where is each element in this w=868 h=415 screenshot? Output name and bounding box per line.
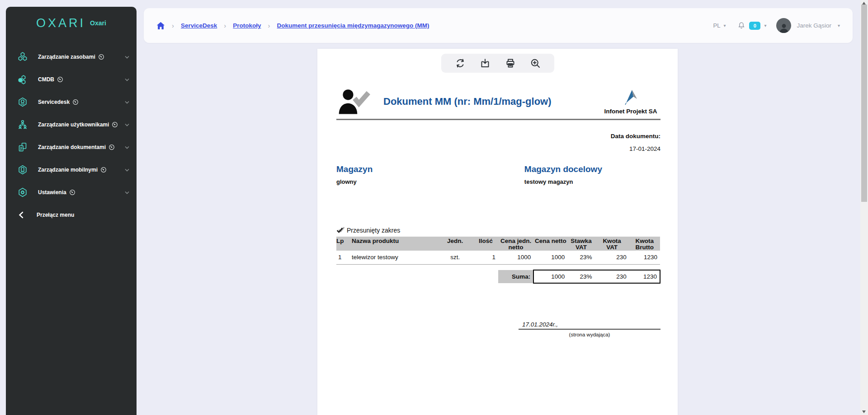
mobile-icon bbox=[17, 164, 28, 175]
cell-unit: szt. bbox=[437, 251, 473, 264]
chevron-down-icon bbox=[125, 146, 129, 149]
settings-icon bbox=[17, 187, 28, 198]
double-check-icon bbox=[336, 226, 345, 234]
breadcrumb-separator: › bbox=[224, 22, 226, 29]
document-date-block: Data dokumentu: 17-01-2024 bbox=[336, 133, 660, 152]
col-header-cena-jedn-netto: Cena jedn.netto bbox=[498, 237, 533, 251]
sidebar-collapse-toggle[interactable]: Przełącz menu bbox=[6, 204, 137, 226]
breadcrumb-separator: › bbox=[268, 22, 270, 29]
chevron-down-icon bbox=[125, 101, 129, 104]
home-icon bbox=[156, 22, 165, 30]
servicedesk-icon bbox=[17, 97, 28, 107]
breadcrumb-current-page[interactable]: Dokument przesunięcia międzymagazynowego… bbox=[277, 22, 429, 29]
avatar-person-icon bbox=[778, 22, 789, 33]
breadcrumb-link-servicedesk[interactable]: ServiceDesk bbox=[181, 22, 217, 29]
summary-vat-amount: 230 bbox=[595, 270, 629, 283]
signature-date: 17.01.2024r., bbox=[519, 321, 660, 330]
document-body: Dokument MM (nr: Mm/1/mag-glow) Infonet … bbox=[336, 49, 660, 337]
table-header-row: Lp Nazwa produktu Jedn. Ilość Cena jedn.… bbox=[336, 237, 660, 251]
table-spacer-row bbox=[336, 264, 660, 270]
avatar[interactable] bbox=[776, 18, 791, 33]
scrollbar-thumb[interactable] bbox=[861, 5, 867, 202]
vertical-scrollbar[interactable] bbox=[860, 0, 868, 415]
sidebar-item-ustawienia[interactable]: Ustawienia bbox=[6, 181, 137, 204]
sidebar-item-label: Zarządzanie dokumentami bbox=[38, 144, 106, 150]
oxari-logo[interactable]: OXARI Oxari bbox=[6, 7, 137, 39]
assets-icon bbox=[17, 51, 28, 62]
sidebar-item-servicedesk[interactable]: Servicedesk bbox=[6, 91, 137, 113]
language-label: PL bbox=[713, 22, 720, 29]
col-header-cena-netto: Cena netto bbox=[533, 237, 567, 251]
signature-block: 17.01.2024r., (strona wydająca) bbox=[519, 321, 660, 337]
header-divider bbox=[336, 119, 660, 120]
cell-vat-amount: 230 bbox=[595, 251, 629, 264]
col-header-kwota-vat: KwotaVAT bbox=[595, 237, 629, 251]
summary-label: Suma: bbox=[498, 270, 533, 283]
collapse-toggle-label: Przełącz menu bbox=[37, 212, 74, 218]
warehouse-target-value: testowy magazyn bbox=[524, 178, 660, 185]
chevron-down-icon bbox=[125, 123, 129, 126]
documents-icon bbox=[17, 142, 28, 153]
company-logo-block: Infonet Projekt SA bbox=[601, 88, 660, 115]
user-name[interactable]: Jarek Gąsior bbox=[797, 22, 831, 29]
col-header-kwota-brutto: KwotaBrutto bbox=[629, 237, 660, 251]
notifications-button[interactable]: 0 ▾ bbox=[737, 21, 766, 30]
topbar: › ServiceDesk › Protokoły › Dokument prz… bbox=[144, 8, 853, 43]
chevron-left-icon bbox=[19, 211, 24, 219]
user-menu-chevron-icon[interactable]: ▾ bbox=[838, 23, 840, 28]
sidebar-item-zarzadzanie-dokumentami[interactable]: Zarządzanie dokumentami bbox=[6, 136, 137, 159]
cell-unit-price-net: 1000 bbox=[498, 251, 533, 264]
sidebar-item-label: Servicedesk bbox=[38, 99, 70, 105]
topbar-user-area: PL ▾ 0 ▾ Jarek Gąsior ▾ bbox=[713, 18, 840, 33]
breadcrumb-link-protokoly[interactable]: Protokoły bbox=[233, 22, 261, 29]
gauge-icon bbox=[100, 167, 107, 173]
sidebar-item-label: Zarządzanie mobilnymi bbox=[38, 167, 98, 173]
summary-net: 1000 bbox=[533, 270, 567, 283]
warehouse-target-label: Magazyn docelowy bbox=[524, 164, 660, 174]
gauge-icon bbox=[72, 99, 79, 105]
person-check-icon bbox=[336, 89, 372, 115]
warehouse-source-label: Magazyn bbox=[336, 164, 524, 174]
col-header-nazwa-produktu: Nazwa produktu bbox=[348, 237, 437, 251]
scrollbar-down-arrow[interactable] bbox=[862, 410, 866, 413]
items-table: Lp Nazwa produktu Jedn. Ilość Cena jedn.… bbox=[336, 237, 660, 284]
warehouse-source-value: glowny bbox=[336, 178, 524, 185]
sidebar-item-label: Ustawienia bbox=[38, 189, 66, 196]
document-date-label: Data dokumentu: bbox=[336, 133, 660, 140]
users-icon bbox=[17, 119, 28, 130]
moved-range-section-header: Przesunięty zakres bbox=[336, 226, 660, 234]
table-summary-row: Suma: 1000 23% 230 1230 bbox=[336, 270, 660, 283]
gauge-icon bbox=[98, 54, 104, 60]
sidebar-item-cmdb[interactable]: CMDB bbox=[6, 68, 137, 91]
warehouse-target: Magazyn docelowy testowy magazyn bbox=[524, 164, 660, 185]
chevron-down-icon bbox=[125, 191, 129, 194]
paper-plane-logo-icon bbox=[622, 88, 640, 105]
gauge-icon bbox=[108, 144, 115, 150]
document-date-value: 17-01-2024 bbox=[336, 145, 660, 152]
warehouse-source: Magazyn glowny bbox=[336, 164, 524, 185]
language-selector[interactable]: PL ▾ bbox=[713, 22, 726, 29]
summary-vat-rate: 23% bbox=[567, 270, 594, 283]
sidebar-item-zarzadzanie-mobilnymi[interactable]: Zarządzanie mobilnymi bbox=[6, 159, 137, 181]
document-viewer: Dokument MM (nr: Mm/1/mag-glow) Infonet … bbox=[317, 49, 678, 415]
moved-range-title: Przesunięty zakres bbox=[347, 227, 400, 234]
breadcrumb-separator: › bbox=[172, 22, 174, 29]
sidebar-item-zarzadzanie-uzytkownikami[interactable]: Zarządzanie użytkownikami bbox=[6, 113, 137, 136]
sidebar-menu: Zarządzanie zasobami CMDB bbox=[6, 46, 137, 226]
cell-net: 1000 bbox=[533, 251, 567, 264]
chevron-down-icon: ▾ bbox=[764, 23, 766, 28]
summary-gross: 1230 bbox=[629, 270, 660, 283]
home-button[interactable] bbox=[156, 22, 165, 30]
sidebar-item-label: Zarządzanie użytkownikami bbox=[38, 121, 109, 128]
company-name: Infonet Projekt SA bbox=[601, 108, 660, 115]
col-header-stawka-vat: StawkaVAT bbox=[567, 237, 594, 251]
gauge-icon bbox=[69, 189, 75, 196]
chevron-down-icon bbox=[125, 56, 129, 59]
col-header-ilosc: Ilość bbox=[473, 237, 498, 251]
sidebar-item-label: Zarządzanie zasobami bbox=[38, 54, 95, 60]
cell-quantity: 1 bbox=[473, 251, 498, 264]
col-header-lp: Lp bbox=[336, 237, 348, 251]
sidebar-item-zarzadzanie-zasobami[interactable]: Zarządzanie zasobami bbox=[6, 46, 137, 68]
cmdb-icon bbox=[17, 74, 28, 85]
table-row: 1 telewizor testowy szt. 1 1000 1000 23%… bbox=[336, 251, 660, 264]
